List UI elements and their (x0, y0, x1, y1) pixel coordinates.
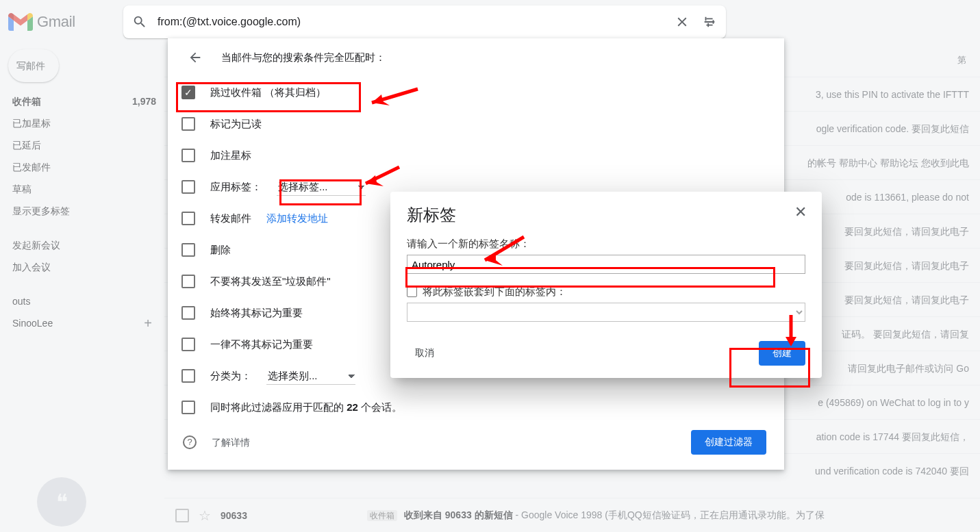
nest-row[interactable]: 将此标签嵌套到下面的标签内： (407, 285, 805, 299)
label-name-input[interactable] (407, 255, 805, 274)
dialog-title: 新标签 (407, 208, 805, 222)
create-label-button[interactable]: 创建 (759, 341, 805, 366)
dialog-prompt: 请输入一个新的标签名称： (407, 237, 805, 251)
nest-select[interactable] (407, 303, 805, 322)
new-label-dialog: ✕ 新标签 请输入一个新的标签名称： 将此标签嵌套到下面的标签内： 取消 创建 (390, 192, 822, 378)
close-icon[interactable]: ✕ (790, 203, 811, 222)
nest-label: 将此标签嵌套到下面的标签内： (423, 285, 566, 299)
cancel-button[interactable]: 取消 (407, 341, 442, 366)
nest-checkbox[interactable] (407, 287, 417, 297)
